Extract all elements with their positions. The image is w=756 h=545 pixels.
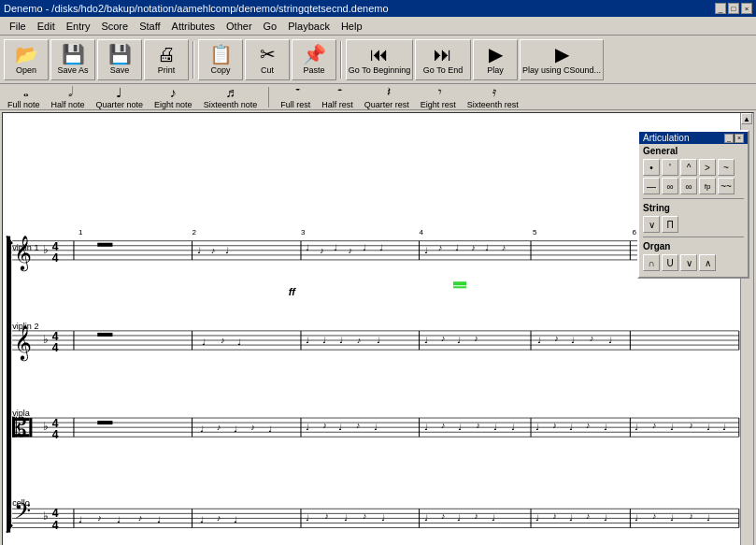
- svg-text:♩: ♩: [535, 423, 539, 432]
- svg-text:♪: ♪: [590, 334, 594, 343]
- menu-staff[interactable]: Staff: [134, 19, 165, 34]
- svg-text:♩: ♩: [604, 513, 607, 523]
- maximize-btn[interactable]: □: [728, 3, 739, 14]
- quarter-note-btn[interactable]: ♩ Quarter note: [93, 83, 148, 111]
- artic-fermata[interactable]: ∞: [662, 178, 678, 194]
- svg-rect-97: [97, 421, 112, 424]
- menu-entry[interactable]: Entry: [61, 19, 96, 34]
- menu-edit[interactable]: Edit: [32, 19, 61, 34]
- artic-mordent[interactable]: ~~: [718, 178, 735, 194]
- svg-text:♩: ♩: [234, 424, 237, 434]
- artic-organ-a[interactable]: ∧: [699, 254, 716, 271]
- sixteenth-note-btn[interactable]: ♬ Sixteenth note: [200, 83, 262, 111]
- svg-text:♩: ♩: [569, 423, 573, 432]
- notes-separator: [268, 87, 269, 108]
- quarter-rest-label: Quarter rest: [364, 100, 409, 109]
- copy-button[interactable]: 📋 Copy: [198, 39, 243, 80]
- go-to-end-icon: ⏭: [434, 45, 452, 64]
- svg-text:♩: ♩: [604, 423, 607, 432]
- menu-other[interactable]: Other: [221, 19, 258, 34]
- svg-text:♩: ♩: [511, 423, 515, 432]
- quarter-note-label: Quarter note: [96, 100, 144, 109]
- artic-minimize[interactable]: _: [724, 134, 734, 143]
- svg-text:♪: ♪: [322, 421, 327, 430]
- go-to-beginning-button[interactable]: ⏮ Go To Beginning: [346, 39, 413, 80]
- svg-text:♪: ♪: [441, 421, 446, 430]
- svg-text:♩: ♩: [322, 336, 326, 345]
- svg-text:♩: ♩: [706, 513, 710, 523]
- close-btn[interactable]: ×: [741, 3, 752, 14]
- artic-fp[interactable]: fp: [699, 178, 716, 194]
- play-csound-icon: ▶: [555, 45, 569, 64]
- menu-file[interactable]: File: [4, 19, 32, 34]
- svg-text:♩: ♩: [571, 336, 575, 345]
- minimize-btn[interactable]: _: [715, 3, 726, 14]
- full-note-btn[interactable]: 𝅝 Full note: [4, 82, 44, 111]
- svg-text:♪: ♪: [250, 423, 255, 432]
- artic-up-bow[interactable]: Π: [662, 216, 678, 233]
- half-rest-btn[interactable]: 𝄼 Half rest: [318, 82, 357, 111]
- svg-text:♪: ♪: [441, 511, 446, 521]
- print-button[interactable]: 🖨 Print: [144, 39, 189, 80]
- artic-close[interactable]: ×: [735, 134, 744, 143]
- menu-score[interactable]: Score: [95, 19, 134, 34]
- svg-text:♭: ♭: [43, 420, 49, 433]
- artic-organ-v[interactable]: ∨: [680, 254, 697, 271]
- artic-tenuto[interactable]: —: [643, 178, 660, 194]
- save-as-button[interactable]: 💾 Save As: [50, 39, 95, 80]
- svg-text:♪: ♪: [324, 511, 329, 521]
- svg-text:♩: ♩: [268, 424, 272, 434]
- svg-text:♪: ♪: [652, 511, 657, 521]
- artic-trill[interactable]: ~: [718, 159, 735, 176]
- svg-text:4: 4: [52, 251, 59, 265]
- artic-organ-u[interactable]: U: [662, 254, 678, 271]
- menu-go[interactable]: Go: [258, 19, 283, 34]
- menu-playback[interactable]: Playback: [282, 19, 335, 34]
- svg-text:♪: ♪: [211, 246, 216, 255]
- artic-dot[interactable]: •: [643, 159, 660, 176]
- paste-button[interactable]: 📌 Paste: [292, 39, 336, 80]
- open-button[interactable]: 📂 Open: [4, 39, 49, 80]
- svg-text:♪: ♪: [217, 513, 221, 523]
- svg-text:♪: ♪: [217, 423, 221, 432]
- svg-text:♩: ♩: [635, 423, 638, 432]
- print-label: Print: [158, 65, 176, 75]
- svg-rect-84: [12, 418, 29, 421]
- eight-rest-btn[interactable]: 𝄾 Eight rest: [417, 82, 460, 111]
- artic-fermata2[interactable]: ∞: [680, 178, 697, 194]
- save-button[interactable]: 💾 Save: [97, 39, 142, 80]
- play-button[interactable]: ▶ Play: [473, 39, 518, 80]
- svg-text:♪: ♪: [363, 511, 367, 521]
- artic-organ-1[interactable]: ∩: [643, 254, 660, 271]
- artic-down-bow[interactable]: ∨: [643, 216, 660, 233]
- cut-button[interactable]: ✂ Cut: [245, 39, 290, 80]
- svg-text:♩: ♩: [635, 513, 638, 523]
- articulation-panel[interactable]: Articulation _ × General • ' ^ > ~ — ∞ ∞…: [637, 130, 749, 279]
- svg-text:♩: ♩: [306, 423, 309, 432]
- quarter-rest-btn[interactable]: 𝄽 Quarter rest: [361, 82, 413, 111]
- svg-text:♩: ♩: [234, 515, 237, 524]
- svg-text:♪: ♪: [471, 243, 476, 252]
- sixteenth-rest-btn[interactable]: 𝄿 Sixteenth rest: [464, 82, 522, 111]
- scroll-up-btn[interactable]: ▲: [741, 113, 752, 124]
- go-to-end-label: Go To End: [423, 65, 463, 75]
- play-csound-button[interactable]: ▶ Play using CSound...: [520, 39, 604, 80]
- artic-hat[interactable]: ^: [680, 159, 697, 176]
- go-to-end-button[interactable]: ⏭ Go To End: [415, 39, 471, 80]
- quarter-note-icon: ♩: [116, 85, 122, 100]
- score-area[interactable]: ▲ ▼ viplin 1 1 2 3 4 5 6 𝄞 ♭ 4 4: [2, 112, 754, 545]
- full-rest-btn[interactable]: 𝄻 Full rest: [277, 82, 314, 111]
- print-icon: 🖨: [157, 45, 176, 64]
- menu-attributes[interactable]: Attributes: [166, 19, 221, 34]
- eight-note-btn[interactable]: ♪ Eight note: [150, 83, 196, 111]
- artic-accent[interactable]: >: [699, 159, 716, 176]
- menu-help[interactable]: Help: [335, 19, 368, 34]
- window-controls[interactable]: _ □ ×: [715, 3, 752, 14]
- articulation-titlebar[interactable]: Articulation _ ×: [639, 132, 748, 144]
- string-section-title: String: [639, 201, 748, 214]
- half-note-btn[interactable]: 𝅗𝅥 Half note: [48, 82, 89, 111]
- artic-stroke[interactable]: ': [662, 159, 678, 176]
- svg-text:♩: ♩: [202, 337, 206, 347]
- svg-text:♩: ♩: [722, 423, 726, 432]
- svg-text:♩: ♩: [363, 243, 366, 252]
